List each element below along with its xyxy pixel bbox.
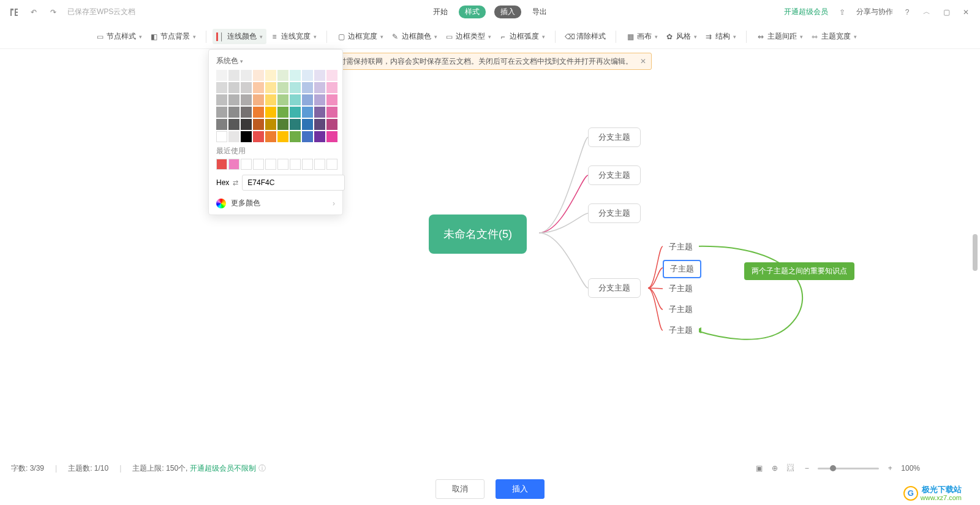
branch-node[interactable]: 分支主题 xyxy=(588,165,641,185)
color-swatch[interactable] xyxy=(241,119,252,130)
canvas-dropdown[interactable]: ▦画布▾ xyxy=(622,29,662,44)
color-swatch[interactable] xyxy=(265,70,276,81)
recent-color-swatch[interactable] xyxy=(326,159,337,170)
color-swatch[interactable] xyxy=(216,131,227,142)
color-swatch[interactable] xyxy=(277,70,288,81)
collapse-icon[interactable]: ︿ xyxy=(921,7,932,18)
recent-color-swatch[interactable] xyxy=(228,159,239,170)
color-swatch[interactable] xyxy=(277,94,288,105)
color-swatch[interactable] xyxy=(216,119,227,130)
border-color-dropdown[interactable]: ✎边框颜色▾ xyxy=(387,29,441,44)
border-type-dropdown[interactable]: ▭边框类型▾ xyxy=(441,29,495,44)
vip-link[interactable]: 开通超级会员 xyxy=(784,7,828,17)
color-swatch[interactable] xyxy=(241,82,252,93)
recent-color-swatch[interactable] xyxy=(302,159,313,170)
insert-button[interactable]: 插入 xyxy=(496,479,545,499)
vip-unlimit-link[interactable]: 开通超级会员不限制 xyxy=(190,464,256,473)
root-node[interactable]: 未命名文件(5) xyxy=(429,215,527,254)
color-swatch[interactable] xyxy=(277,82,288,93)
color-swatch[interactable] xyxy=(228,82,239,93)
color-swatch[interactable] xyxy=(216,82,227,93)
color-swatch[interactable] xyxy=(290,107,301,118)
theme-style-dropdown[interactable]: ✿风格▾ xyxy=(662,29,701,44)
color-swatch[interactable] xyxy=(241,107,252,118)
color-swatch[interactable] xyxy=(277,119,288,130)
topic-width-dropdown[interactable]: ⇿主题宽度▾ xyxy=(807,29,861,44)
callout-node[interactable]: 两个子主题之间的重要知识点 xyxy=(744,262,854,280)
help-icon[interactable]: ? xyxy=(902,7,913,18)
color-swatch[interactable] xyxy=(265,119,276,130)
hex-swap-icon[interactable]: ⇄ xyxy=(233,179,238,187)
color-swatch[interactable] xyxy=(314,131,325,142)
color-swatch[interactable] xyxy=(277,107,288,118)
line-width-dropdown[interactable]: ≡连线宽度▾ xyxy=(266,29,320,44)
color-swatch[interactable] xyxy=(290,70,301,81)
color-swatch[interactable] xyxy=(302,131,313,142)
color-swatch[interactable] xyxy=(314,94,325,105)
sub-node[interactable]: 子主题 xyxy=(663,239,699,255)
share-icon[interactable]: ⇪ xyxy=(837,7,848,18)
redo-icon[interactable]: ↷ xyxy=(48,7,59,18)
tab-insert[interactable]: 插入 xyxy=(494,6,521,18)
color-swatch[interactable] xyxy=(290,94,301,105)
color-swatch[interactable] xyxy=(265,94,276,105)
recent-color-swatch[interactable] xyxy=(277,159,288,170)
app-icon[interactable] xyxy=(9,7,20,18)
color-swatch[interactable] xyxy=(326,94,337,105)
color-swatch[interactable] xyxy=(216,107,227,118)
tab-style[interactable]: 样式 xyxy=(459,6,486,18)
sub-node[interactable]: 子主题 xyxy=(663,302,699,317)
zoom-out-icon[interactable]: − xyxy=(802,464,812,473)
recent-color-swatch[interactable] xyxy=(216,159,227,170)
color-swatch[interactable] xyxy=(228,70,239,81)
color-swatch[interactable] xyxy=(228,107,239,118)
color-swatch[interactable] xyxy=(326,70,337,81)
maximize-icon[interactable]: ▢ xyxy=(941,7,952,18)
border-radius-dropdown[interactable]: ⌐边框弧度▾ xyxy=(495,29,549,44)
color-swatch[interactable] xyxy=(302,107,313,118)
color-swatch[interactable] xyxy=(302,82,313,93)
border-width-dropdown[interactable]: ▢边框宽度▾ xyxy=(333,29,387,44)
color-swatch[interactable] xyxy=(253,131,264,142)
topic-spacing-dropdown[interactable]: ⇔主题间距▾ xyxy=(753,29,807,44)
color-swatch[interactable] xyxy=(253,94,264,105)
recent-color-swatch[interactable] xyxy=(290,159,301,170)
recent-color-swatch[interactable] xyxy=(253,159,264,170)
color-swatch[interactable] xyxy=(326,119,337,130)
color-swatch[interactable] xyxy=(228,131,239,142)
center-icon[interactable]: ⊕ xyxy=(770,464,780,473)
color-swatch[interactable] xyxy=(265,82,276,93)
color-swatch[interactable] xyxy=(228,119,239,130)
scrollbar-thumb[interactable] xyxy=(973,234,978,271)
hex-input[interactable] xyxy=(242,175,345,191)
recent-color-swatch[interactable] xyxy=(265,159,276,170)
branch-node[interactable]: 分支主题 xyxy=(588,203,641,223)
structure-dropdown[interactable]: ⇉结构▾ xyxy=(701,29,740,44)
color-swatch[interactable] xyxy=(216,94,227,105)
fit-screen-icon[interactable]: ▣ xyxy=(754,464,764,473)
zoom-in-icon[interactable]: + xyxy=(885,464,895,473)
color-swatch[interactable] xyxy=(228,94,239,105)
color-swatch[interactable] xyxy=(253,82,264,93)
color-swatch[interactable] xyxy=(302,119,313,130)
branch-node[interactable]: 分支主题 xyxy=(588,278,641,298)
more-colors-button[interactable]: 更多颜色 › xyxy=(216,198,335,208)
color-swatch[interactable] xyxy=(253,119,264,130)
color-swatch[interactable] xyxy=(302,94,313,105)
cancel-button[interactable]: 取消 xyxy=(435,479,484,499)
line-color-dropdown[interactable]: │连线颜色▾ xyxy=(213,29,266,44)
recent-color-swatch[interactable] xyxy=(241,159,252,170)
map-icon[interactable]: ⿴ xyxy=(786,464,796,473)
color-swatch[interactable] xyxy=(314,82,325,93)
sub-node[interactable]: 子主题 xyxy=(663,322,699,338)
sub-node-selected[interactable]: 子主题 xyxy=(663,260,701,278)
recent-color-swatch[interactable] xyxy=(314,159,325,170)
info-icon[interactable]: ⓘ xyxy=(258,464,266,473)
share-link[interactable]: 分享与协作 xyxy=(856,7,893,17)
clear-style-button[interactable]: ⌫清除样式 xyxy=(562,29,609,44)
color-swatch[interactable] xyxy=(253,107,264,118)
color-swatch[interactable] xyxy=(314,107,325,118)
node-bg-dropdown[interactable]: ◧节点背景▾ xyxy=(146,29,200,44)
mindmap-canvas[interactable]: 未命名文件(5) 分支主题 分支主题 分支主题 分支主题 子主题 子主题 子主题… xyxy=(0,49,980,462)
color-swatch[interactable] xyxy=(241,94,252,105)
